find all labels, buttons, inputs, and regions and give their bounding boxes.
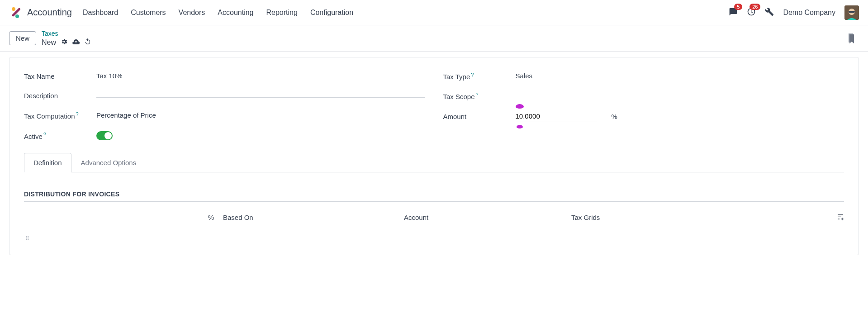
tax-type-label: Tax Type?: [443, 72, 516, 81]
active-toggle[interactable]: [96, 131, 113, 140]
nav-dashboard[interactable]: Dashboard: [83, 9, 118, 17]
messages-badge: 5: [734, 4, 742, 10]
description-input[interactable]: [96, 94, 425, 98]
new-button[interactable]: New: [9, 31, 36, 45]
help-icon[interactable]: ?: [76, 111, 79, 117]
tax-computation-label: Tax Computation?: [24, 111, 96, 120]
help-icon[interactable]: ?: [476, 92, 479, 97]
tax-scope-row: Tax Scope?: [443, 92, 844, 100]
breadcrumb-current: New: [42, 38, 56, 47]
decoration-bottom: [517, 125, 523, 128]
company-selector[interactable]: Demo Company: [783, 9, 835, 17]
tax-scope-select[interactable]: [516, 94, 844, 98]
description-row: Description: [24, 92, 425, 100]
distribution-table-header: % Based On Account Tax Grids: [24, 209, 844, 227]
amount-label: Amount: [443, 113, 516, 120]
user-avatar[interactable]: [844, 5, 859, 20]
active-row: Active?: [24, 131, 425, 140]
nav-configuration[interactable]: Configuration: [310, 9, 353, 17]
form-sheet: Tax Name Tax 10% Description Tax Computa…: [9, 57, 859, 255]
tax-type-row: Tax Type? Sales: [443, 70, 844, 82]
nav-reporting[interactable]: Reporting: [266, 9, 298, 17]
nav-accounting[interactable]: Accounting: [218, 9, 253, 17]
col-header-based-on: Based On: [223, 214, 404, 222]
decoration-top: [516, 104, 524, 109]
breadcrumb: Taxes New: [42, 30, 91, 47]
tax-computation-row: Tax Computation? Percentage of Price: [24, 109, 425, 121]
main-nav: Dashboard Customers Vendors Accounting R…: [83, 9, 729, 17]
distribution-invoices-title: DISTRIBUTION FOR INVOICES: [24, 190, 844, 202]
form-left-column: Tax Name Tax 10% Description Tax Computa…: [24, 70, 425, 140]
top-navbar: Accounting Dashboard Customers Vendors A…: [0, 0, 868, 25]
nav-vendors[interactable]: Vendors: [179, 9, 205, 17]
help-icon[interactable]: ?: [471, 72, 474, 77]
bookmark-icon: [847, 33, 855, 43]
control-panel: New Taxes New: [0, 25, 868, 52]
messages-button[interactable]: 5: [729, 7, 738, 18]
form-tabs: Definition Advanced Options: [24, 153, 844, 172]
svg-rect-5: [849, 11, 855, 13]
activities-button[interactable]: 26: [747, 7, 756, 18]
app-title[interactable]: Accounting: [27, 7, 72, 18]
avatar-icon: [844, 5, 859, 20]
col-header-account: Account: [404, 214, 571, 222]
activities-badge: 26: [749, 4, 760, 10]
undo-icon: [84, 38, 91, 45]
col-header-percent: %: [42, 214, 223, 222]
col-header-tax-grids: Tax Grids: [571, 214, 826, 222]
form-right-column: Tax Type? Sales Tax Scope? Amount %: [443, 70, 844, 140]
settings-button[interactable]: [61, 38, 68, 47]
breadcrumb-parent-link[interactable]: Taxes: [42, 30, 91, 37]
sliders-icon: [837, 214, 844, 221]
description-label: Description: [24, 92, 96, 100]
gear-icon: [61, 38, 68, 45]
amount-input[interactable]: [516, 110, 597, 122]
wrench-icon: [765, 7, 774, 16]
tab-definition[interactable]: Definition: [24, 153, 71, 172]
bookmark-button[interactable]: [847, 33, 855, 45]
discard-button[interactable]: [84, 38, 91, 47]
tax-name-label: Tax Name: [24, 72, 96, 80]
svg-point-1: [15, 14, 19, 18]
amount-suffix: %: [612, 113, 617, 120]
cloud-upload-icon: [72, 38, 80, 45]
svg-point-0: [12, 7, 15, 11]
tax-name-row: Tax Name Tax 10%: [24, 70, 425, 82]
topbar-right: 5 26 Demo Company: [729, 5, 859, 20]
tax-scope-label: Tax Scope?: [443, 92, 516, 100]
nav-customers[interactable]: Customers: [131, 9, 166, 17]
tax-computation-select[interactable]: Percentage of Price: [96, 109, 425, 121]
tax-name-input[interactable]: Tax 10%: [96, 70, 425, 82]
tab-advanced-options[interactable]: Advanced Options: [71, 153, 146, 172]
app-logo[interactable]: [9, 6, 22, 19]
table-optional-columns[interactable]: [826, 214, 844, 222]
amount-row: Amount %: [443, 110, 844, 122]
form-main-grid: Tax Name Tax 10% Description Tax Computa…: [24, 70, 844, 140]
save-button[interactable]: [72, 38, 80, 47]
tax-type-select[interactable]: Sales: [516, 70, 844, 82]
help-icon[interactable]: ?: [43, 132, 46, 137]
row-drag-handle[interactable]: ⠿: [24, 235, 844, 242]
tools-button[interactable]: [765, 7, 774, 18]
active-label: Active?: [24, 132, 96, 140]
